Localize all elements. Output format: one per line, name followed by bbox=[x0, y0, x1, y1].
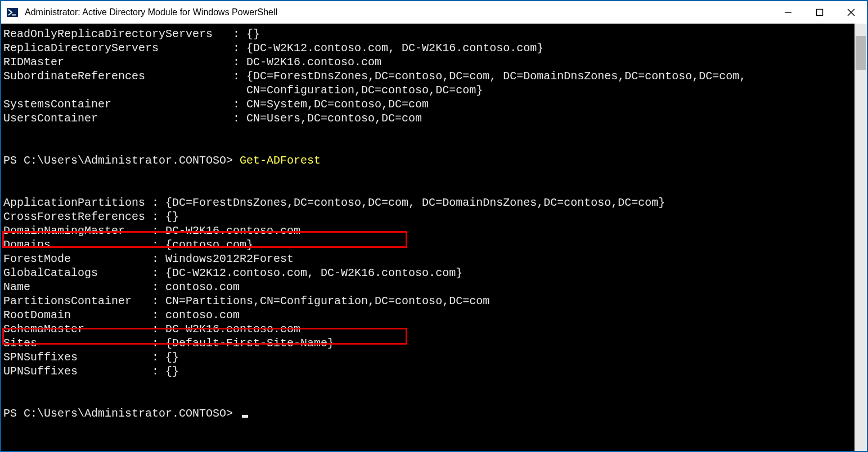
scrollbar-thumb[interactable] bbox=[856, 36, 866, 70]
terminal-output[interactable]: ReadOnlyReplicaDirectoryServers : {} Rep… bbox=[1, 24, 854, 451]
svg-rect-3 bbox=[817, 10, 823, 16]
terminal-area: ReadOnlyReplicaDirectoryServers : {} Rep… bbox=[1, 24, 867, 451]
powershell-icon bbox=[7, 7, 18, 18]
vertical-scrollbar[interactable] bbox=[854, 24, 867, 451]
powershell-window: Administrator: Active Directory Module f… bbox=[0, 0, 868, 452]
maximize-button[interactable] bbox=[804, 1, 835, 24]
window-controls bbox=[772, 1, 867, 24]
window-title: Administrator: Active Directory Module f… bbox=[24, 7, 772, 17]
title-bar[interactable]: Administrator: Active Directory Module f… bbox=[1, 1, 867, 24]
close-button[interactable] bbox=[835, 1, 867, 24]
minimize-button[interactable] bbox=[772, 1, 804, 24]
